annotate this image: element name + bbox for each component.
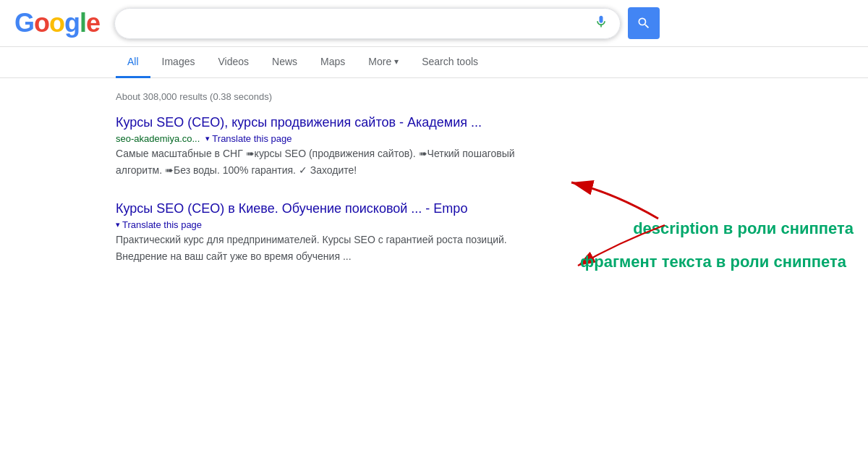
nav-tabs: All Images Videos News Maps More Search … <box>0 47 868 78</box>
tab-all[interactable]: All <box>116 47 150 78</box>
result-description-2: Практический курс для предпринимателей. … <box>116 232 550 264</box>
tab-videos[interactable]: Videos <box>206 47 260 78</box>
tab-search-tools[interactable]: Search tools <box>410 47 490 78</box>
results-stats: About 308,000 results (0.38 seconds) <box>116 85 752 114</box>
mic-icon[interactable] <box>594 14 608 33</box>
result-title-1[interactable]: Курсы SEO (CEO), курсы продвижения сайто… <box>116 115 482 130</box>
result-item-2: Курсы SEO (CEO) в Киеве. Обучение поиско… <box>116 200 752 264</box>
translate-link-1[interactable]: Translate this page <box>205 133 292 144</box>
result-url-1: seo-akademiya.co... <box>116 133 200 144</box>
result-title-2[interactable]: Курсы SEO (CEO) в Киеве. Обучение поиско… <box>116 201 467 216</box>
header: Google курсы сео <box>0 0 868 47</box>
tab-maps[interactable]: Maps <box>309 47 357 78</box>
search-button[interactable] <box>628 7 660 39</box>
tab-more[interactable]: More <box>357 47 410 78</box>
translate-link-2[interactable]: Translate this page <box>116 219 202 230</box>
tab-images[interactable]: Images <box>150 47 207 78</box>
result-url-row-2: Translate this page <box>116 219 752 230</box>
search-input[interactable]: курсы сео <box>127 17 587 30</box>
tab-news[interactable]: News <box>260 47 309 78</box>
google-logo: Google <box>14 8 100 38</box>
result-item-1: Курсы SEO (CEO), курсы продвижения сайто… <box>116 114 752 178</box>
results-area: About 308,000 results (0.38 seconds) Кур… <box>0 78 868 293</box>
result-url-row-1: seo-akademiya.co... Translate this page <box>116 133 752 144</box>
search-bar: курсы сео <box>114 8 621 39</box>
result-description-1: Самые масштабные в СНГ ➠курсы SEO (продв… <box>116 145 550 178</box>
